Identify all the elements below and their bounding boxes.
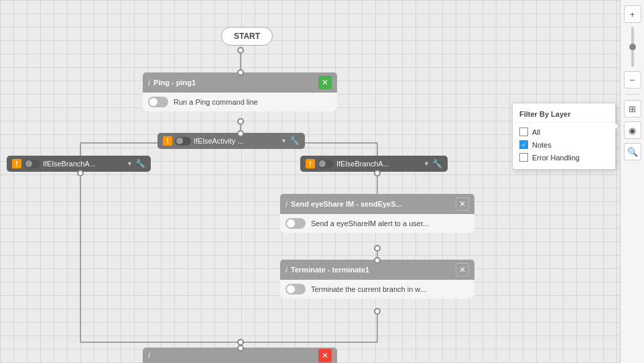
connector-dot: [237, 345, 244, 352]
terminate-header-left: i Terminate - terminate1: [285, 266, 369, 274]
toggle-knob: [176, 138, 183, 144]
branch-left-right: ▼ 🔧: [127, 159, 145, 168]
toggle-knob: [287, 219, 295, 227]
connector-dot: [237, 47, 244, 54]
info-icon: i: [285, 200, 287, 208]
connector-dot: [237, 69, 244, 76]
send-node-title: Send eyeShare IM - sendEyeS...: [291, 200, 402, 208]
terminate-close-button[interactable]: ✕: [456, 263, 469, 276]
search-button[interactable]: 🔍: [624, 143, 641, 160]
filter-item-error[interactable]: Error Handling: [513, 151, 615, 164]
branch-left-title: IfElseBranchA...: [43, 160, 96, 168]
info-icon: i: [148, 79, 150, 87]
ping-close-button[interactable]: ✕: [318, 76, 332, 89]
eye-icon: ◉: [629, 125, 636, 136]
zoom-slider[interactable]: [631, 27, 634, 67]
info-icon: i: [148, 351, 150, 359]
branch-left-toggle[interactable]: [24, 160, 40, 168]
branch-right-title: IfElseBranchA...: [336, 160, 389, 168]
zoom-out-icon: −: [630, 75, 635, 85]
send-body-text: Send a eyeShareIM alert to a user...: [311, 219, 429, 227]
terminate-node-title: Terminate - terminate1: [291, 266, 369, 274]
zoom-in-button[interactable]: +: [624, 5, 641, 23]
ifelse-node[interactable]: ! IfElseActivity ... ▼ 🔧: [157, 133, 305, 149]
filter-notes-label: Notes: [532, 141, 552, 149]
zoom-in-icon: +: [630, 9, 635, 19]
ifelse-title: IfElseActivity ...: [194, 137, 244, 145]
exclaim-badge: !: [306, 159, 315, 168]
ifelse-toggle[interactable]: [175, 137, 191, 146]
search-icon: 🔍: [627, 147, 638, 157]
connector-dot: [77, 170, 84, 176]
toggle-knob: [287, 285, 295, 293]
map-button[interactable]: ⊞: [624, 100, 641, 117]
wrench-icon[interactable]: 🔧: [289, 136, 300, 146]
connector-dot: [374, 170, 381, 176]
filter-error-label: Error Handling: [532, 154, 580, 162]
exclaim-badge: !: [12, 159, 21, 168]
map-icon: ⊞: [629, 104, 636, 114]
close-icon: ✕: [459, 199, 466, 209]
terminate-body-text: Terminate the current branch in w...: [311, 285, 426, 293]
chevron-down-icon[interactable]: ▼: [281, 138, 287, 144]
chevron-down-icon[interactable]: ▼: [424, 160, 430, 167]
zoom-slider-handle: [629, 44, 636, 50]
notes-checkbox[interactable]: [519, 140, 528, 149]
terminate-node-body: Terminate the current branch in w...: [280, 280, 474, 299]
toggle-knob: [149, 98, 157, 106]
send-eyeshare-node[interactable]: i Send eyeShare IM - sendEyeS... ✕ Send …: [280, 194, 474, 233]
send-node-body: Send a eyeShareIM alert to a user...: [280, 214, 474, 233]
filter-panel-title: Filter By Layer: [513, 109, 615, 123]
wrench-icon[interactable]: 🔧: [432, 159, 442, 168]
error-checkbox[interactable]: [519, 153, 528, 162]
send-node-header: i Send eyeShare IM - sendEyeS... ✕: [280, 194, 474, 214]
exclaim-badge: !: [163, 136, 172, 146]
send-toggle[interactable]: [285, 218, 306, 229]
send-close-button[interactable]: ✕: [456, 197, 469, 211]
panel-arrow-inner: [615, 123, 619, 129]
workflow-canvas[interactable]: [0, 0, 644, 363]
filter-item-all[interactable]: All: [513, 125, 615, 138]
ping-node-body: Run a Ping command line: [143, 93, 337, 111]
close-icon: ✕: [322, 78, 328, 87]
bottom-header-left: i: [148, 351, 150, 359]
ping-node[interactable]: i Ping - ping1 ✕ Run a Ping command line: [143, 72, 337, 111]
connector-dot: [237, 130, 244, 137]
ifelse-left: ! IfElseActivity ...: [163, 136, 244, 146]
right-toolbar: + − ⊞ ◉ 🔍: [620, 0, 644, 363]
ifelse-right: ▼ 🔧: [281, 136, 300, 146]
close-icon: ✕: [322, 351, 328, 360]
chevron-down-icon[interactable]: ▼: [127, 160, 133, 167]
filter-panel: Filter By Layer All Notes Error Handling: [512, 103, 616, 170]
filter-item-notes[interactable]: Notes: [513, 138, 615, 151]
branch-left-content: ! IfElseBranchA...: [12, 159, 96, 168]
ping-toggle[interactable]: [148, 97, 168, 107]
zoom-out-button[interactable]: −: [624, 71, 641, 89]
branch-right-right: ▼ 🔧: [424, 159, 442, 168]
start-node: START: [221, 27, 273, 46]
eye-button[interactable]: ◉: [624, 121, 641, 139]
terminate-node[interactable]: i Terminate - terminate1 ✕ Terminate the…: [280, 260, 474, 299]
bottom-close-button[interactable]: ✕: [318, 349, 332, 362]
branch-right-toggle[interactable]: [318, 160, 334, 168]
start-label: START: [234, 32, 260, 41]
all-checkbox[interactable]: [519, 127, 528, 136]
connector-dot: [237, 118, 244, 125]
toggle-knob: [319, 160, 326, 167]
close-icon: ✕: [459, 265, 466, 274]
send-header-left: i Send eyeShare IM - sendEyeS...: [285, 200, 402, 208]
connector-dot: [374, 245, 381, 252]
wrench-icon[interactable]: 🔧: [135, 159, 145, 168]
connector-dot: [374, 257, 381, 264]
branch-right-content: ! IfElseBranchA...: [306, 159, 389, 168]
toolbar-divider: [626, 94, 639, 95]
toggle-knob: [25, 160, 32, 167]
ping-body-text: Run a Ping command line: [174, 98, 258, 106]
info-icon: i: [285, 266, 287, 274]
connector-dot: [374, 308, 381, 315]
ping-header-left: i Ping - ping1: [148, 79, 196, 87]
ping-node-title: Ping - ping1: [153, 79, 196, 87]
terminate-toggle[interactable]: [285, 284, 306, 295]
branch-right-node[interactable]: ! IfElseBranchA... ▼ 🔧: [300, 156, 448, 172]
filter-all-label: All: [532, 128, 540, 136]
